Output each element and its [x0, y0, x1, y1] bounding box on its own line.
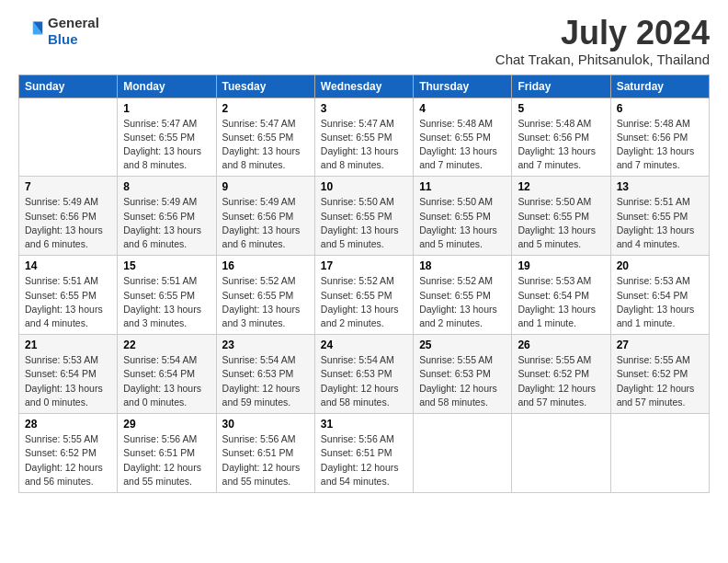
calendar-day-cell: 1Sunrise: 5:47 AM Sunset: 6:55 PM Daylig…: [118, 98, 216, 177]
weekday-header: Friday: [512, 75, 610, 98]
day-number: 14: [25, 259, 111, 272]
logo-text: General Blue: [48, 15, 99, 48]
weekday-header: Thursday: [414, 75, 512, 98]
day-info: Sunrise: 5:55 AM Sunset: 6:52 PM Dayligh…: [617, 353, 703, 409]
day-number: 11: [419, 180, 506, 193]
calendar-day-cell: 27Sunrise: 5:55 AM Sunset: 6:52 PM Dayli…: [610, 335, 709, 414]
calendar-day-cell: 15Sunrise: 5:51 AM Sunset: 6:55 PM Dayli…: [118, 256, 216, 335]
day-number: 4: [419, 102, 506, 115]
day-number: 26: [518, 339, 604, 351]
calendar-table: SundayMondayTuesdayWednesdayThursdayFrid…: [18, 75, 710, 493]
calendar-day-cell: 12Sunrise: 5:50 AM Sunset: 6:55 PM Dayli…: [512, 177, 610, 256]
day-number: 17: [321, 259, 407, 272]
day-number: 30: [222, 418, 309, 431]
calendar-day-cell: 17Sunrise: 5:52 AM Sunset: 6:55 PM Dayli…: [314, 256, 413, 335]
calendar-day-cell: 3Sunrise: 5:47 AM Sunset: 6:55 PM Daylig…: [314, 98, 413, 177]
calendar-day-cell: 22Sunrise: 5:54 AM Sunset: 6:54 PM Dayli…: [118, 335, 216, 414]
day-number: 1: [123, 102, 210, 115]
day-info: Sunrise: 5:53 AM Sunset: 6:54 PM Dayligh…: [518, 274, 604, 330]
weekday-header: Tuesday: [216, 75, 314, 98]
day-info: Sunrise: 5:47 AM Sunset: 6:55 PM Dayligh…: [321, 117, 407, 173]
calendar-day-cell: 18Sunrise: 5:52 AM Sunset: 6:55 PM Dayli…: [414, 256, 512, 335]
day-number: 10: [321, 180, 407, 193]
calendar-day-cell: 6Sunrise: 5:48 AM Sunset: 6:56 PM Daylig…: [610, 98, 709, 177]
calendar-day-cell: 16Sunrise: 5:52 AM Sunset: 6:55 PM Dayli…: [216, 256, 314, 335]
day-number: 23: [222, 339, 309, 351]
calendar-day-cell: 30Sunrise: 5:56 AM Sunset: 6:51 PM Dayli…: [216, 414, 314, 493]
day-info: Sunrise: 5:52 AM Sunset: 6:55 PM Dayligh…: [222, 274, 309, 330]
day-info: Sunrise: 5:47 AM Sunset: 6:55 PM Dayligh…: [123, 117, 210, 173]
day-info: Sunrise: 5:53 AM Sunset: 6:54 PM Dayligh…: [25, 353, 111, 409]
day-info: Sunrise: 5:49 AM Sunset: 6:56 PM Dayligh…: [25, 195, 111, 251]
calendar-day-cell: 28Sunrise: 5:55 AM Sunset: 6:52 PM Dayli…: [19, 414, 118, 493]
calendar-day-cell: 2Sunrise: 5:47 AM Sunset: 6:55 PM Daylig…: [216, 98, 314, 177]
calendar-day-cell: [414, 414, 512, 493]
calendar-day-cell: 21Sunrise: 5:53 AM Sunset: 6:54 PM Dayli…: [19, 335, 118, 414]
day-info: Sunrise: 5:54 AM Sunset: 6:53 PM Dayligh…: [321, 353, 407, 409]
day-info: Sunrise: 5:52 AM Sunset: 6:55 PM Dayligh…: [321, 274, 407, 330]
weekday-header: Wednesday: [314, 75, 413, 98]
calendar-day-cell: 23Sunrise: 5:54 AM Sunset: 6:53 PM Dayli…: [216, 335, 314, 414]
day-info: Sunrise: 5:47 AM Sunset: 6:55 PM Dayligh…: [222, 117, 309, 173]
calendar-day-cell: 19Sunrise: 5:53 AM Sunset: 6:54 PM Dayli…: [512, 256, 610, 335]
logo-icon: [18, 18, 44, 44]
day-info: Sunrise: 5:48 AM Sunset: 6:56 PM Dayligh…: [617, 117, 703, 173]
day-info: Sunrise: 5:56 AM Sunset: 6:51 PM Dayligh…: [222, 432, 309, 488]
day-info: Sunrise: 5:48 AM Sunset: 6:55 PM Dayligh…: [419, 117, 506, 173]
day-number: 29: [123, 418, 210, 431]
weekday-header: Monday: [118, 75, 216, 98]
calendar-day-cell: 31Sunrise: 5:56 AM Sunset: 6:51 PM Dayli…: [314, 414, 413, 493]
day-number: 16: [222, 259, 309, 272]
calendar-day-cell: 29Sunrise: 5:56 AM Sunset: 6:51 PM Dayli…: [118, 414, 216, 493]
day-number: 24: [321, 339, 407, 351]
calendar-week-row: 7Sunrise: 5:49 AM Sunset: 6:56 PM Daylig…: [19, 177, 710, 256]
calendar-week-row: 14Sunrise: 5:51 AM Sunset: 6:55 PM Dayli…: [19, 256, 710, 335]
day-number: 19: [518, 259, 604, 272]
calendar-day-cell: 24Sunrise: 5:54 AM Sunset: 6:53 PM Dayli…: [314, 335, 413, 414]
calendar-day-cell: 25Sunrise: 5:55 AM Sunset: 6:53 PM Dayli…: [414, 335, 512, 414]
calendar-day-cell: [19, 98, 118, 177]
calendar-week-row: 1Sunrise: 5:47 AM Sunset: 6:55 PM Daylig…: [19, 98, 710, 177]
day-number: 6: [617, 102, 703, 115]
weekday-header: Saturday: [610, 75, 709, 98]
day-info: Sunrise: 5:49 AM Sunset: 6:56 PM Dayligh…: [222, 195, 309, 251]
day-info: Sunrise: 5:51 AM Sunset: 6:55 PM Dayligh…: [617, 195, 703, 251]
calendar-day-cell: 11Sunrise: 5:50 AM Sunset: 6:55 PM Dayli…: [414, 177, 512, 256]
calendar-day-cell: 10Sunrise: 5:50 AM Sunset: 6:55 PM Dayli…: [314, 177, 413, 256]
location: Chat Trakan, Phitsanulok, Thailand: [495, 52, 710, 67]
day-number: 18: [419, 259, 506, 272]
day-info: Sunrise: 5:51 AM Sunset: 6:55 PM Dayligh…: [25, 274, 111, 330]
day-number: 12: [518, 180, 604, 193]
calendar-day-cell: 9Sunrise: 5:49 AM Sunset: 6:56 PM Daylig…: [216, 177, 314, 256]
day-info: Sunrise: 5:54 AM Sunset: 6:53 PM Dayligh…: [222, 353, 309, 409]
day-info: Sunrise: 5:48 AM Sunset: 6:56 PM Dayligh…: [518, 117, 604, 173]
calendar-day-cell: [512, 414, 610, 493]
day-info: Sunrise: 5:55 AM Sunset: 6:53 PM Dayligh…: [419, 353, 506, 409]
day-number: 27: [617, 339, 703, 351]
day-number: 20: [617, 259, 703, 272]
day-number: 15: [123, 259, 210, 272]
day-number: 25: [419, 339, 506, 351]
calendar-day-cell: [610, 414, 709, 493]
weekday-header-row: SundayMondayTuesdayWednesdayThursdayFrid…: [19, 75, 710, 98]
calendar-day-cell: 5Sunrise: 5:48 AM Sunset: 6:56 PM Daylig…: [512, 98, 610, 177]
day-info: Sunrise: 5:54 AM Sunset: 6:54 PM Dayligh…: [123, 353, 210, 409]
day-number: 21: [25, 339, 111, 351]
day-info: Sunrise: 5:50 AM Sunset: 6:55 PM Dayligh…: [518, 195, 604, 251]
day-info: Sunrise: 5:56 AM Sunset: 6:51 PM Dayligh…: [321, 432, 407, 488]
day-info: Sunrise: 5:55 AM Sunset: 6:52 PM Dayligh…: [25, 432, 111, 488]
calendar-day-cell: 8Sunrise: 5:49 AM Sunset: 6:56 PM Daylig…: [118, 177, 216, 256]
day-number: 2: [222, 102, 309, 115]
day-number: 31: [321, 418, 407, 431]
weekday-header: Sunday: [19, 75, 118, 98]
day-number: 13: [617, 180, 703, 193]
day-info: Sunrise: 5:56 AM Sunset: 6:51 PM Dayligh…: [123, 432, 210, 488]
day-number: 7: [25, 180, 111, 193]
calendar-day-cell: 20Sunrise: 5:53 AM Sunset: 6:54 PM Dayli…: [610, 256, 709, 335]
calendar-week-row: 21Sunrise: 5:53 AM Sunset: 6:54 PM Dayli…: [19, 335, 710, 414]
calendar-day-cell: 13Sunrise: 5:51 AM Sunset: 6:55 PM Dayli…: [610, 177, 709, 256]
calendar-week-row: 28Sunrise: 5:55 AM Sunset: 6:52 PM Dayli…: [19, 414, 710, 493]
logo: General Blue: [18, 15, 99, 48]
day-info: Sunrise: 5:49 AM Sunset: 6:56 PM Dayligh…: [123, 195, 210, 251]
day-info: Sunrise: 5:52 AM Sunset: 6:55 PM Dayligh…: [419, 274, 506, 330]
